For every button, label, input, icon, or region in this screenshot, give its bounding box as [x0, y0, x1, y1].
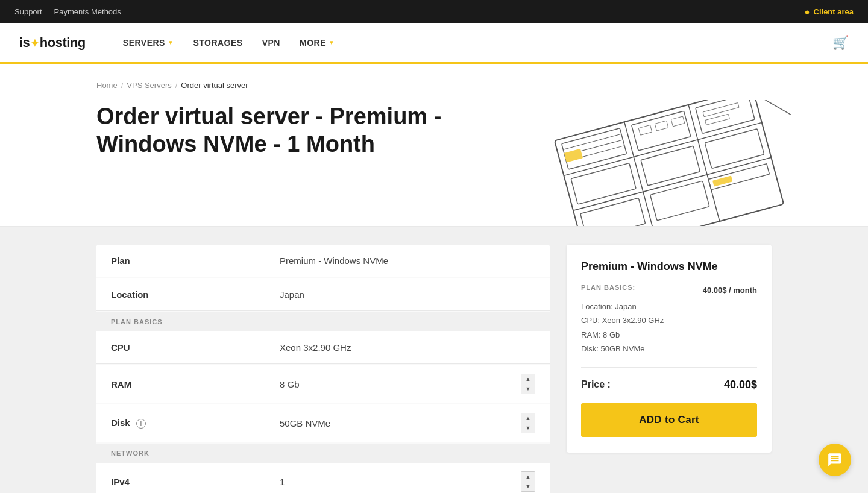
add-bold-text: ADD: [639, 414, 662, 425]
svg-rect-5: [562, 128, 627, 169]
summary-detail-cpu: CPU: Xeon 3x2.90 GHz: [581, 313, 757, 327]
price-row: Price : 40.00$: [581, 378, 757, 391]
support-link[interactable]: Support: [14, 7, 42, 16]
user-icon: ●: [804, 7, 810, 17]
disk-info-icon[interactable]: i: [136, 419, 146, 429]
ipv4-label: IPv4: [111, 477, 280, 487]
disk-row: Disk i 50GB NVMe ▲ ▼: [96, 404, 550, 442]
svg-line-4: [688, 105, 720, 221]
main-content: Plan Premium - Windows NVMe Location Jap…: [0, 227, 868, 493]
ram-decrement-btn[interactable]: ▼: [521, 384, 535, 394]
nav-more-label: MORE: [300, 38, 326, 48]
plan-row: Plan Premium - Windows NVMe: [96, 245, 550, 277]
logo-text: is✦hosting: [19, 35, 86, 51]
hero-illustration: [518, 100, 820, 227]
top-bar: Support Payments Methods ● Client area: [0, 0, 868, 23]
disk-value: 50GB NVMe: [280, 418, 521, 429]
nav-more[interactable]: MORE ▼: [291, 33, 343, 52]
ipv4-value: 1: [280, 477, 521, 487]
ipv4-stepper[interactable]: ▲ ▼: [521, 471, 535, 492]
summary-detail-ram: RAM: 8 Gb: [581, 328, 757, 342]
config-panel: Plan Premium - Windows NVMe Location Jap…: [96, 245, 550, 493]
svg-rect-14: [655, 121, 668, 131]
plan-basics-header: PLAN BASICS: [96, 312, 550, 331]
summary-basics-price: 40.00$ / month: [703, 286, 757, 295]
add-to-cart-button[interactable]: ADD to Cart: [581, 403, 757, 437]
disk-increment-btn[interactable]: ▲: [521, 413, 535, 423]
servers-caret-icon: ▼: [168, 39, 174, 46]
svg-line-3: [624, 122, 656, 227]
breadcrumb-vps[interactable]: VPS Servers: [127, 81, 171, 90]
ram-increment-btn[interactable]: ▲: [521, 374, 535, 384]
client-area-link[interactable]: ● Client area: [804, 7, 854, 17]
summary-detail-disk: Disk: 50GB NVMe: [581, 342, 757, 356]
location-row: Location Japan: [96, 278, 550, 311]
cpu-label: CPU: [111, 342, 280, 353]
cpu-value: Xeon 3x2.90 GHz: [280, 342, 535, 353]
disk-stepper[interactable]: ▲ ▼: [521, 413, 535, 433]
nav-servers-label: SERVERS: [123, 38, 165, 48]
ram-stepper[interactable]: ▲ ▼: [521, 374, 535, 394]
navbar: is✦hosting SERVERS ▼ STORAGES VPN MORE ▼…: [0, 23, 868, 64]
svg-line-26: [754, 100, 791, 122]
svg-rect-10: [708, 164, 769, 190]
nav-links: SERVERS ▼ STORAGES VPN MORE ▼: [115, 33, 832, 52]
logo-star: ✦: [30, 37, 39, 49]
plan-value: Premium - Windows NVMe: [280, 256, 535, 266]
cart-button[interactable]: 🛒: [832, 35, 849, 51]
ram-row: RAM 8 Gb ▲ ▼: [96, 365, 550, 403]
location-label: Location: [111, 289, 280, 300]
page-title: Order virtual server - Premium - Windows…: [96, 103, 470, 158]
location-value: Japan: [280, 289, 535, 300]
chat-icon: [827, 452, 843, 468]
svg-rect-19: [571, 163, 636, 204]
ipv4-row: IPv4 1 ▲ ▼: [96, 463, 550, 493]
plan-label: Plan: [111, 256, 280, 266]
svg-rect-21: [705, 129, 764, 169]
summary-detail-location: Location: Japan: [581, 300, 757, 313]
summary-basics-row: PLAN BASICS: 40.00$ / month: [581, 284, 757, 296]
nav-right: 🛒: [832, 35, 849, 51]
add-rest-text: to Cart: [662, 414, 699, 425]
summary-plan-name: Premium - Windows NVMe: [581, 260, 757, 273]
nav-servers[interactable]: SERVERS ▼: [115, 33, 183, 52]
svg-rect-22: [580, 198, 646, 227]
svg-line-24: [547, 222, 584, 227]
svg-rect-9: [564, 149, 583, 163]
price-label: Price :: [581, 379, 611, 390]
breadcrumb-current: Order virtual server: [181, 81, 248, 90]
ram-value: 8 Gb: [280, 379, 521, 389]
breadcrumb-sep-2: /: [175, 81, 178, 90]
logo[interactable]: is✦hosting: [19, 35, 86, 51]
payments-link[interactable]: Payments Methods: [54, 7, 121, 16]
svg-rect-12: [632, 111, 691, 151]
ram-label: RAM: [111, 379, 280, 389]
network-header: NETWORK: [96, 444, 550, 463]
svg-rect-20: [641, 146, 700, 186]
chat-button[interactable]: [819, 444, 851, 476]
svg-rect-23: [650, 181, 709, 221]
hero-section: Home / VPS Servers / Order virtual serve…: [0, 64, 868, 227]
nav-vpn-label: VPN: [262, 38, 280, 48]
ipv4-increment-btn[interactable]: ▲: [521, 472, 535, 482]
top-bar-links: Support Payments Methods: [14, 7, 121, 16]
more-caret-icon: ▼: [329, 39, 335, 46]
breadcrumb-sep-1: /: [121, 81, 124, 90]
summary-details: Location: Japan CPU: Xeon 3x2.90 GHz RAM…: [581, 300, 757, 368]
breadcrumb: Home / VPS Servers / Order virtual serve…: [96, 81, 772, 90]
breadcrumb-home[interactable]: Home: [96, 81, 118, 90]
client-area-label: Client area: [814, 7, 854, 16]
ipv4-decrement-btn[interactable]: ▼: [521, 482, 535, 491]
nav-storages[interactable]: STORAGES: [184, 33, 251, 52]
summary-panel: Premium - Windows NVMe PLAN BASICS: 40.0…: [567, 245, 772, 453]
nav-vpn[interactable]: VPN: [254, 33, 289, 52]
disk-decrement-btn[interactable]: ▼: [521, 423, 535, 433]
svg-rect-15: [671, 116, 684, 127]
cpu-row: CPU Xeon 3x2.90 GHz: [96, 331, 550, 364]
price-value: 40.00$: [724, 378, 757, 391]
svg-rect-13: [638, 125, 652, 135]
summary-basics-label: PLAN BASICS:: [581, 284, 635, 291]
nav-storages-label: STORAGES: [193, 38, 242, 48]
disk-label: Disk i: [111, 418, 280, 429]
